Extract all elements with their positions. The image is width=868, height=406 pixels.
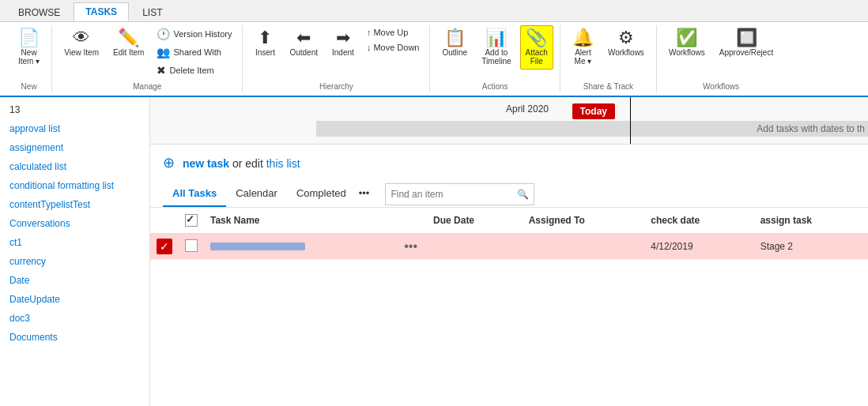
tab-browse[interactable]: BROWSE [6, 3, 72, 21]
top-nav-tabs: BROWSE TASKS LIST [0, 0, 868, 22]
today-button[interactable]: Today [572, 103, 615, 119]
sidebar: 13 approval list assignement calculated … [0, 97, 150, 406]
workflows-button[interactable]: ✅ Workflows [663, 25, 711, 61]
outdent-button[interactable]: ⬅ Outdent [284, 25, 323, 61]
new-item-label: NewItem ▾ [18, 48, 40, 66]
tab-more[interactable]: ••• [356, 181, 373, 207]
ribbon-new-label: New [13, 79, 45, 92]
indent-icon: ➡ [336, 29, 350, 47]
outline-button[interactable]: 📋 Outline [436, 25, 473, 61]
attach-file-icon: 📎 [526, 29, 547, 47]
sidebar-item-documents[interactable]: Documents [0, 328, 149, 347]
sidebar-item-ct1[interactable]: ct1 [0, 233, 149, 252]
delete-item-icon: ✖ [157, 64, 166, 77]
april-label: April 2020 [506, 103, 549, 115]
search-bar: 🔍 [385, 183, 534, 205]
sidebar-item-doc3[interactable]: doc3 [0, 309, 149, 328]
row-task-name [204, 234, 394, 260]
version-history-button[interactable]: 🕐 Version History [153, 25, 236, 43]
add-timeline-icon: 📊 [485, 29, 507, 47]
timeline-bar: Today April 2020 Add tasks with dates to… [150, 97, 868, 145]
shared-with-icon: 👥 [157, 46, 170, 58]
tab-list[interactable]: LIST [130, 3, 174, 21]
shared-with-button[interactable]: 👥 Shared With [153, 43, 236, 61]
new-task-bar: ⊕ new task or edit this list [150, 145, 868, 181]
tab-completed[interactable]: Completed [287, 181, 356, 207]
sidebar-item-currency[interactable]: currency [0, 252, 149, 271]
main-layout: 13 approval list assignement calculated … [0, 97, 868, 406]
row-checkbox[interactable] [179, 234, 204, 260]
table-header-row: Task Name Due Date Assigned To check dat… [150, 208, 868, 234]
ribbon-share-track-label: Share & Track [567, 79, 650, 92]
tab-calendar[interactable]: Calendar [226, 181, 287, 207]
row-assigned-to [523, 234, 645, 260]
col-check-date: check date [644, 208, 753, 234]
approve-reject-icon: 🔲 [736, 29, 757, 47]
indent-button[interactable]: ➡ Indent [326, 25, 360, 61]
col-assign-task: assign task [754, 208, 868, 234]
ribbon-workflows-label: Workflows [663, 79, 779, 92]
add-task-plus-icon[interactable]: ⊕ [163, 155, 175, 171]
tab-tasks[interactable]: TASKS [74, 2, 129, 21]
new-task-label[interactable]: new task [183, 157, 229, 170]
edit-list-link[interactable]: this list [266, 157, 300, 170]
content-area: Today April 2020 Add tasks with dates to… [150, 97, 868, 406]
ribbon-actions-label: Actions [436, 79, 553, 92]
sidebar-item-content-type[interactable]: contentTypelistTest [0, 195, 149, 214]
ribbon-group-workflows: ✅ Workflows 🔲 Approve/Reject Workflows [657, 25, 785, 92]
sidebar-item-date[interactable]: Date [0, 271, 149, 290]
insert-button[interactable]: ⬆ Insert [249, 25, 281, 61]
attach-file-button[interactable]: 📎 AttachFile [520, 25, 553, 70]
sidebar-item-assignement[interactable]: assignement [0, 138, 149, 157]
row-dots-menu[interactable]: ••• [394, 234, 427, 260]
outdent-icon: ⬅ [296, 29, 311, 47]
new-task-or-text: or edit [232, 157, 266, 170]
workflows-share-button[interactable]: ⚙ Workflows [602, 25, 650, 61]
add-to-timeline-button[interactable]: 📊 Add toTimeline [476, 25, 516, 70]
insert-icon: ⬆ [258, 29, 272, 47]
ribbon-hierarchy-label: Hierarchy [249, 79, 423, 92]
sidebar-item-date-update[interactable]: DateUpdate [0, 290, 149, 309]
ribbon-group-share-track: 🔔 AlertMe ▾ ⚙ Workflows Share & Track [560, 25, 657, 92]
new-item-icon: 📄 [18, 29, 40, 47]
move-down-button[interactable]: ↓ Move Down [363, 40, 424, 55]
table-row: ✓ ••• 4/12/2019 Stage 2 [150, 234, 868, 260]
delete-item-button[interactable]: ✖ Delete Item [153, 62, 236, 79]
col-assigned-to: Assigned To [523, 208, 645, 234]
new-item-button[interactable]: 📄 NewItem ▾ [13, 25, 45, 70]
col-due-date: Due Date [427, 208, 523, 234]
row-context-menu-icon[interactable]: ••• [401, 238, 421, 254]
ribbon-manage-label: Manage [58, 79, 236, 92]
move-up-button[interactable]: ↑ Move Up [363, 25, 424, 39]
ribbon: 📄 NewItem ▾ New 👁 View Item ✏️ Edit Item… [0, 22, 868, 97]
tab-all-tasks[interactable]: All Tasks [163, 181, 226, 207]
search-input[interactable] [386, 187, 512, 201]
ribbon-group-hierarchy: ⬆ Insert ⬅ Outdent ➡ Indent ↑ Move Up ↓ … [243, 25, 430, 92]
row-assign-task: Stage 2 [754, 234, 868, 260]
select-all-checkbox[interactable] [185, 214, 198, 227]
ribbon-group-new: 📄 NewItem ▾ New [6, 25, 52, 92]
workflows-icon: ✅ [676, 29, 697, 47]
row-selected-indicator: ✓ [150, 234, 179, 260]
version-history-icon: 🕐 [157, 28, 170, 40]
row-check-date: 4/12/2019 [644, 234, 753, 260]
alert-me-button[interactable]: 🔔 AlertMe ▾ [567, 25, 599, 70]
sidebar-item-13: 13 [0, 100, 149, 119]
outline-icon: 📋 [444, 29, 466, 47]
search-icon[interactable]: 🔍 [512, 186, 534, 203]
sidebar-item-conversations[interactable]: Conversations [0, 214, 149, 233]
task-tabs: All Tasks Calendar Completed ••• 🔍 [150, 181, 868, 208]
sidebar-item-calculated-list[interactable]: calculated list [0, 157, 149, 176]
edit-item-button[interactable]: ✏️ Edit Item [108, 25, 149, 61]
approve-reject-button[interactable]: 🔲 Approve/Reject [714, 25, 779, 61]
add-tasks-hint: Add tasks with dates to th [757, 123, 868, 134]
task-table: Task Name Due Date Assigned To check dat… [150, 208, 868, 260]
workflows-share-icon: ⚙ [618, 29, 634, 47]
view-item-button[interactable]: 👁 View Item [58, 25, 104, 61]
view-item-icon: 👁 [73, 29, 90, 47]
sidebar-item-conditional-formatting[interactable]: conditional formatting list [0, 176, 149, 195]
sidebar-item-approval-list[interactable]: approval list [0, 119, 149, 138]
alert-me-icon: 🔔 [572, 29, 594, 47]
ribbon-group-manage: 👁 View Item ✏️ Edit Item 🕐 Version Histo… [52, 25, 243, 92]
ribbon-group-actions: 📋 Outline 📊 Add toTimeline 📎 AttachFile … [430, 25, 560, 92]
